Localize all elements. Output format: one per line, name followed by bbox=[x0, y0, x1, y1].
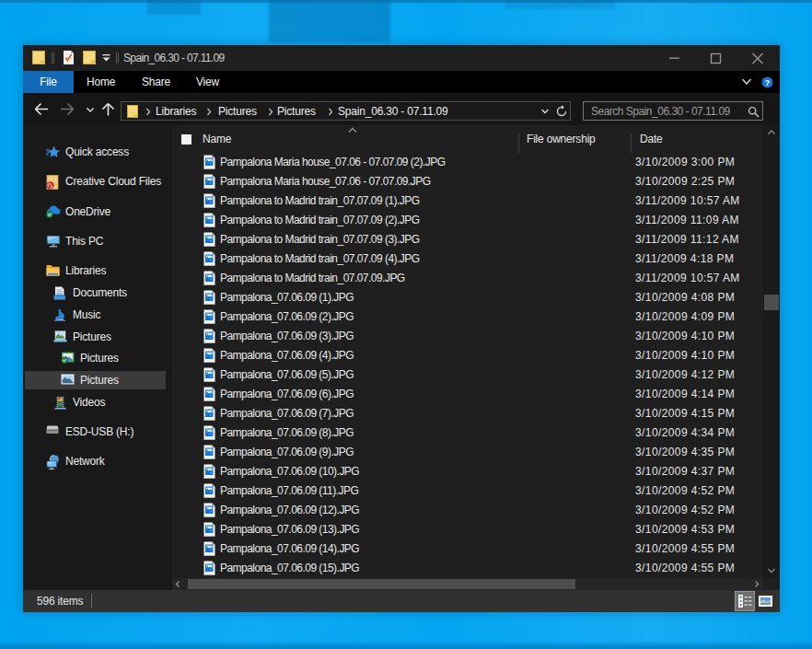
svg-text:?: ? bbox=[765, 78, 771, 87]
